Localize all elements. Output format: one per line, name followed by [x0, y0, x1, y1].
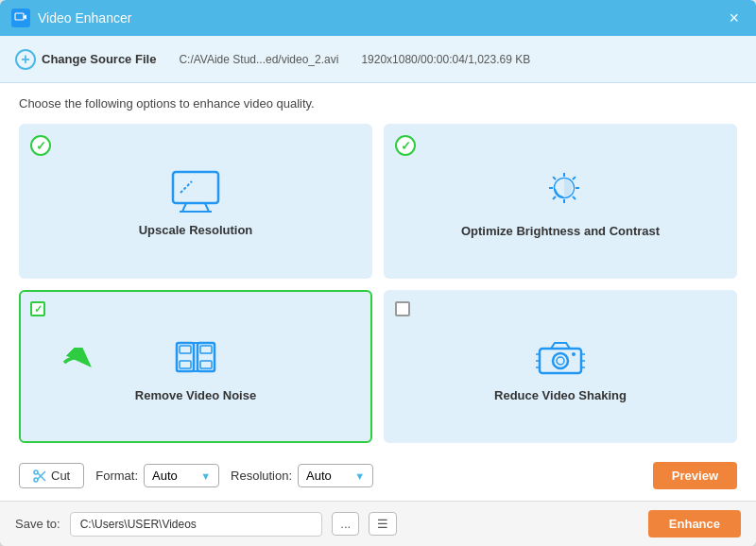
svg-line-14: [553, 177, 556, 179]
svg-line-17: [553, 196, 556, 199]
svg-line-16: [573, 177, 576, 179]
svg-point-29: [557, 357, 564, 365]
brightness-label: Optimize Brightness and Contrast: [461, 224, 660, 238]
svg-point-37: [34, 478, 38, 482]
format-dropdown[interactable]: Auto ▼: [144, 464, 219, 487]
svg-point-38: [34, 470, 38, 474]
footer: Save to: ... ☰ Enhance: [0, 501, 756, 546]
more-options-button[interactable]: ...: [332, 512, 359, 536]
brightness-checkmark: ✓: [401, 139, 411, 153]
noise-checkmark: ✓: [34, 303, 43, 316]
svg-line-4: [205, 203, 209, 212]
change-source-button[interactable]: + Change Source File: [15, 49, 156, 70]
resolution-dropdown[interactable]: Auto ▼: [298, 464, 373, 487]
cut-icon: [33, 469, 46, 483]
toolbar: + Change Source File C:/AVAide Stud...ed…: [0, 36, 756, 83]
svg-line-3: [182, 203, 186, 212]
title-bar: Video Enhancer ×: [0, 0, 756, 36]
noise-square-check: ✓: [30, 301, 45, 316]
resolution-dropdown-arrow: ▼: [354, 470, 365, 482]
monitor-icon: [169, 170, 222, 213]
content-area: Choose the following options to enhance …: [0, 83, 756, 501]
svg-rect-0: [15, 13, 24, 20]
plus-circle-icon: +: [15, 49, 36, 70]
noise-label: Remove Video Noise: [135, 388, 256, 402]
enhance-button[interactable]: Enhance: [648, 510, 741, 537]
camera-icon: [534, 335, 587, 379]
options-grid: ✓ Upscale Resolution: [19, 124, 737, 443]
noise-checkbox[interactable]: ✓: [30, 301, 51, 322]
svg-point-30: [572, 352, 576, 356]
format-label: Format:: [95, 469, 138, 483]
cut-button[interactable]: Cut: [19, 463, 84, 488]
resolution-value: Auto: [306, 469, 332, 483]
bottom-controls: Cut Format: Auto ▼ Resolution: Auto ▼ Pr…: [19, 454, 737, 489]
shaking-checkbox[interactable]: [395, 301, 416, 322]
app-icon: [11, 9, 30, 27]
svg-rect-21: [180, 346, 191, 353]
file-path: C:/AVAide Stud...ed/video_2.avi: [179, 53, 338, 66]
upscale-checkmark: ✓: [36, 139, 46, 153]
preview-button[interactable]: Preview: [653, 462, 737, 489]
brightness-checkbox[interactable]: ✓: [395, 135, 416, 156]
subtitle-text: Choose the following options to enhance …: [19, 96, 737, 111]
format-dropdown-arrow: ▼: [200, 470, 211, 482]
svg-rect-23: [180, 361, 191, 368]
folder-button[interactable]: ☰: [369, 512, 397, 536]
svg-rect-2: [173, 172, 218, 203]
svg-rect-22: [200, 346, 212, 353]
cut-label: Cut: [51, 469, 70, 483]
svg-point-28: [553, 353, 568, 368]
shaking-square-check: [395, 301, 410, 316]
upscale-label: Upscale Resolution: [139, 223, 253, 237]
resolution-label: Resolution:: [231, 469, 292, 483]
shaking-label: Reduce Video Shaking: [494, 388, 627, 402]
upscale-circle-check: ✓: [30, 135, 51, 156]
change-source-label: Change Source File: [42, 52, 156, 66]
resolution-group: Resolution: Auto ▼: [231, 464, 373, 487]
save-path-input[interactable]: [70, 512, 323, 537]
format-value: Auto: [152, 469, 178, 483]
green-arrow-icon: [57, 348, 113, 385]
film-icon: [169, 335, 222, 379]
video-enhancer-window: Video Enhancer × + Change Source File C:…: [0, 0, 756, 546]
option-shaking[interactable]: Reduce Video Shaking: [384, 290, 737, 443]
close-button[interactable]: ×: [723, 8, 745, 28]
window-title: Video Enhancer: [38, 10, 131, 26]
brightness-circle-check: ✓: [395, 135, 416, 156]
folder-icon: ☰: [377, 517, 388, 531]
sun-icon: [536, 169, 585, 214]
option-brightness[interactable]: ✓: [384, 124, 737, 279]
option-noise[interactable]: ✓: [19, 290, 372, 443]
option-upscale[interactable]: ✓ Upscale Resolution: [19, 124, 372, 279]
upscale-checkbox[interactable]: ✓: [30, 135, 51, 156]
svg-line-6: [180, 181, 192, 193]
svg-line-15: [573, 196, 576, 199]
format-group: Format: Auto ▼: [95, 464, 219, 487]
file-meta: 1920x1080/00:00:04/1,023.69 KB: [361, 53, 530, 66]
title-bar-left: Video Enhancer: [11, 9, 131, 27]
svg-rect-24: [200, 361, 212, 368]
save-to-label: Save to:: [15, 517, 60, 531]
